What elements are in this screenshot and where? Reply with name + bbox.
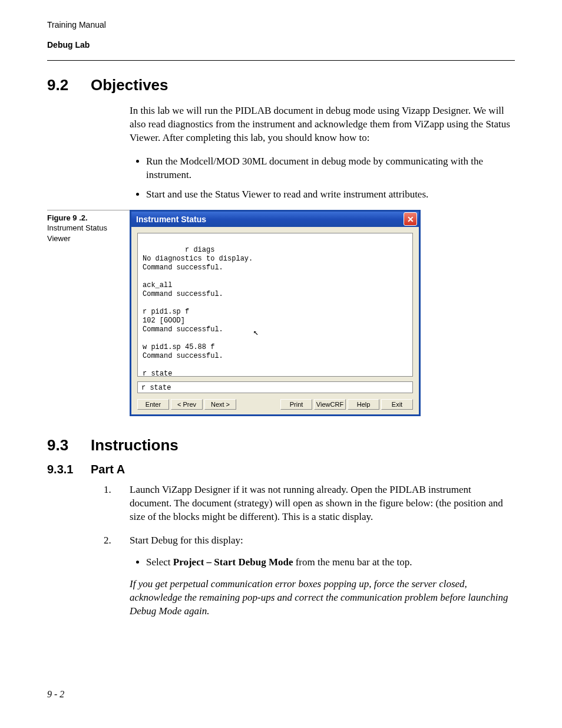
running-header: Training Manual Debug Lab <box>47 20 515 50</box>
step-lead: Start Debug for this display: <box>130 535 243 546</box>
step-number: 2. <box>104 534 130 618</box>
figure-caption: Figure 9 .2. Instrument Status Viewer <box>47 210 130 244</box>
running-subtitle: Debug Lab <box>47 40 515 50</box>
close-button[interactable]: ✕ <box>404 212 417 226</box>
viewcrf-button[interactable]: ViewCRF <box>314 399 346 410</box>
section-objectives-heading: 9.2 Objectives <box>47 76 515 94</box>
page-footer: 9 - 2 <box>47 689 64 700</box>
objectives-body: In this lab we will run the PIDLAB docum… <box>130 104 515 202</box>
instruction-step: 2. Start Debug for this display: Select … <box>104 534 515 618</box>
enter-button[interactable]: Enter <box>137 399 169 410</box>
command-input[interactable]: r state <box>137 381 413 393</box>
subsection-parta-heading: 9.3.1 Part A <box>47 463 515 476</box>
objectives-bullets: Run the Modcell/MOD 30ML document in deb… <box>130 155 515 202</box>
figure-label: Figure 9 .2. <box>47 213 88 222</box>
button-group-left: Enter < Prev Next > <box>137 399 236 410</box>
section-title: Instructions <box>91 436 178 454</box>
substep-pre: Select <box>146 556 173 568</box>
instruction-list: 1. Launch ViZapp Designer if it was not … <box>104 483 515 619</box>
substep-bold: Project – Start Debug Mode <box>173 556 293 568</box>
section-number: 9.3 <box>47 436 91 454</box>
bullet-item: Run the Modcell/MOD 30ML document in deb… <box>146 155 515 182</box>
window-title: Instrument Status <box>136 215 206 224</box>
window-body: r diags No diagnostics to display. Comma… <box>131 227 419 414</box>
substep-post: from the menu bar at the top. <box>293 556 412 568</box>
prev-button[interactable]: < Prev <box>171 399 203 410</box>
section-number: 9.2 <box>47 76 91 94</box>
step-text: Launch ViZapp Designer if it was not run… <box>130 483 515 524</box>
page: Training Manual Debug Lab 9.2 Objectives… <box>0 0 562 728</box>
output-text: r diags No diagnostics to display. Comma… <box>143 246 253 377</box>
substep: Select Project – Start Debug Mode from t… <box>146 556 515 569</box>
step-note: If you get perpetual communication error… <box>130 578 508 617</box>
figure-caption-text: Instrument Status Viewer <box>47 223 107 243</box>
section-instructions-heading: 9.3 Instructions <box>47 436 515 454</box>
window-titlebar: Instrument Status ✕ <box>131 212 419 227</box>
help-button[interactable]: Help <box>348 399 379 410</box>
objectives-intro: In this lab we will run the PIDLAB docum… <box>130 104 515 145</box>
step-number: 1. <box>104 483 130 524</box>
section-title: Objectives <box>91 76 168 94</box>
instrument-status-window: Instrument Status ✕ r diags No diagnosti… <box>130 210 421 416</box>
cursor-icon: ↖ <box>253 328 259 339</box>
subsection-number: 9.3.1 <box>47 463 91 476</box>
bullet-item: Start and use the Status Viewer to read … <box>146 188 515 202</box>
instruction-step: 1. Launch ViZapp Designer if it was not … <box>104 483 515 524</box>
subsection-title: Part A <box>91 463 125 476</box>
exit-button[interactable]: Exit <box>381 399 413 410</box>
next-button[interactable]: Next > <box>204 399 236 410</box>
button-group-right: Print ViewCRF Help Exit <box>280 399 413 410</box>
running-title: Training Manual <box>47 20 515 29</box>
print-button[interactable]: Print <box>280 399 312 410</box>
close-icon: ✕ <box>407 215 414 223</box>
button-row: Enter < Prev Next > Print ViewCRF Help E… <box>137 399 413 410</box>
figure-row: Figure 9 .2. Instrument Status Viewer In… <box>47 210 515 416</box>
output-pane: r diags No diagnostics to display. Comma… <box>137 233 413 377</box>
header-rule <box>47 60 515 61</box>
step-text: Start Debug for this display: Select Pro… <box>130 534 515 618</box>
